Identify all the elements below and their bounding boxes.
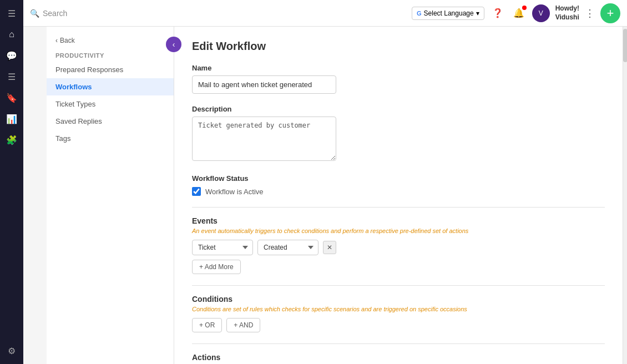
user-name: Vidushi (555, 13, 579, 22)
page-title: Edit Workflow (192, 40, 605, 53)
menu-icon[interactable]: ☰ (3, 4, 21, 22)
divider-1 (192, 207, 605, 208)
name-input[interactable] (192, 75, 336, 94)
top-bar: 🔍 Search G Select Language ▾ ❓ 🔔 V Howdy… (23, 0, 627, 27)
list-icon[interactable]: ☰ (3, 68, 21, 85)
add-more-button[interactable]: + Add More (192, 260, 241, 274)
conditions-title: Conditions (192, 295, 605, 304)
events-section: Events An event automatically triggers t… (192, 216, 605, 274)
icon-bar: ☰ ⌂ 💬 ☰ 🔖 📊 🧩 ⚙ (0, 0, 23, 364)
events-desc: An event automatically triggers to check… (192, 228, 605, 234)
events-title: Events (192, 216, 605, 225)
name-label: Name (192, 64, 605, 72)
howdy-text: Howdy! (555, 4, 579, 13)
main-content: Edit Workflow Name Description Workflow … (174, 27, 623, 364)
avatar[interactable]: V (532, 4, 550, 22)
sidebar-label-tags: Tags (55, 134, 70, 143)
divider-3 (192, 343, 605, 344)
workflow-active-checkbox[interactable] (192, 187, 201, 196)
scrollbar-thumb[interactable] (623, 29, 627, 62)
description-label: Description (192, 105, 605, 113)
actions-section: Actions An action not only reduces the w… (192, 353, 605, 364)
sidebar-item-prepared-responses[interactable]: Prepared Responses (47, 61, 174, 78)
notification-badge (522, 6, 527, 10)
help-icon[interactable]: ❓ (490, 6, 505, 21)
events-row: Ticket Created ✕ (192, 240, 605, 255)
sidebar-item-ticket-types[interactable]: Ticket Types (47, 95, 174, 113)
back-button[interactable]: ‹ Back (47, 33, 174, 48)
chevron-down-icon: ▾ (476, 9, 479, 17)
scrollbar[interactable] (623, 27, 627, 364)
sidebar-item-saved-replies[interactable]: Saved Replies (47, 113, 174, 130)
user-info: Howdy! Vidushi (555, 4, 579, 22)
home-icon[interactable]: ⌂ (3, 26, 21, 43)
sidebar: ‹ Back ‹ PRODUCTIVITY Prepared Responses… (47, 27, 174, 364)
sidebar-section-label: PRODUCTIVITY (47, 48, 174, 61)
search-icon: 🔍 (30, 9, 39, 18)
plugin-icon[interactable]: 🧩 (3, 131, 21, 149)
search-label: Search (43, 9, 67, 18)
workflow-active-label[interactable]: Workflow is Active (205, 188, 264, 196)
sidebar-collapse-button[interactable]: ‹ (166, 37, 181, 52)
content-area: ‹ Back ‹ PRODUCTIVITY Prepared Responses… (47, 27, 627, 364)
conditions-buttons: + OR + AND (192, 318, 605, 332)
chat-icon[interactable]: 💬 (3, 47, 21, 64)
search-box[interactable]: 🔍 Search (30, 9, 67, 18)
sidebar-item-workflows[interactable]: Workflows (47, 78, 174, 95)
event-type-select[interactable]: Ticket (192, 240, 253, 255)
event-remove-button[interactable]: ✕ (323, 241, 336, 254)
conditions-desc: Conditions are set of rules which checks… (192, 306, 605, 312)
divider-2 (192, 285, 605, 286)
sidebar-item-tags[interactable]: Tags (47, 130, 174, 147)
workflow-status-label: Workflow Status (192, 174, 605, 183)
back-label: Back (60, 37, 75, 44)
language-label: Select Language (424, 9, 474, 17)
add-button[interactable]: + (600, 3, 620, 23)
settings-icon[interactable]: ⚙ (3, 342, 21, 360)
sidebar-label-workflows: Workflows (55, 83, 92, 91)
top-bar-right: G Select Language ▾ ❓ 🔔 V Howdy! Vidushi… (412, 3, 620, 23)
sidebar-label-ticket-types: Ticket Types (55, 100, 95, 108)
or-button[interactable]: + OR (192, 318, 222, 332)
sidebar-label-prepared-responses: Prepared Responses (55, 65, 123, 74)
bookmark-icon[interactable]: 🔖 (3, 89, 21, 107)
google-icon: G (417, 10, 422, 17)
conditions-section: Conditions Conditions are set of rules w… (192, 295, 605, 332)
sidebar-label-saved-replies: Saved Replies (55, 117, 102, 125)
description-textarea[interactable] (192, 117, 336, 161)
actions-title: Actions (192, 353, 605, 362)
description-section: Description (192, 105, 605, 163)
event-action-select[interactable]: Created (257, 240, 318, 255)
back-arrow-icon: ‹ (55, 37, 58, 44)
main-container: ‹ Back ‹ PRODUCTIVITY Prepared Responses… (47, 27, 627, 364)
and-button[interactable]: + AND (226, 318, 260, 332)
notification-icon[interactable]: 🔔 (511, 6, 527, 21)
language-button[interactable]: G Select Language ▾ (412, 7, 484, 20)
chart-icon[interactable]: 📊 (3, 110, 21, 128)
workflow-active-row: Workflow is Active (192, 187, 605, 196)
name-section: Name (192, 64, 605, 94)
more-options-icon[interactable]: ⋮ (585, 7, 595, 19)
workflow-status-section: Workflow Status Workflow is Active (192, 174, 605, 196)
